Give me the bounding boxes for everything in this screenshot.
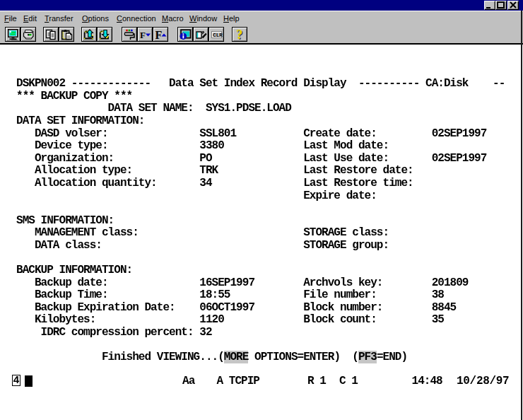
svg-text:F: F (155, 29, 163, 40)
svg-text:?: ? (236, 29, 242, 40)
svg-text:CLR: CLR (213, 33, 223, 38)
svg-text:F: F (140, 30, 146, 40)
